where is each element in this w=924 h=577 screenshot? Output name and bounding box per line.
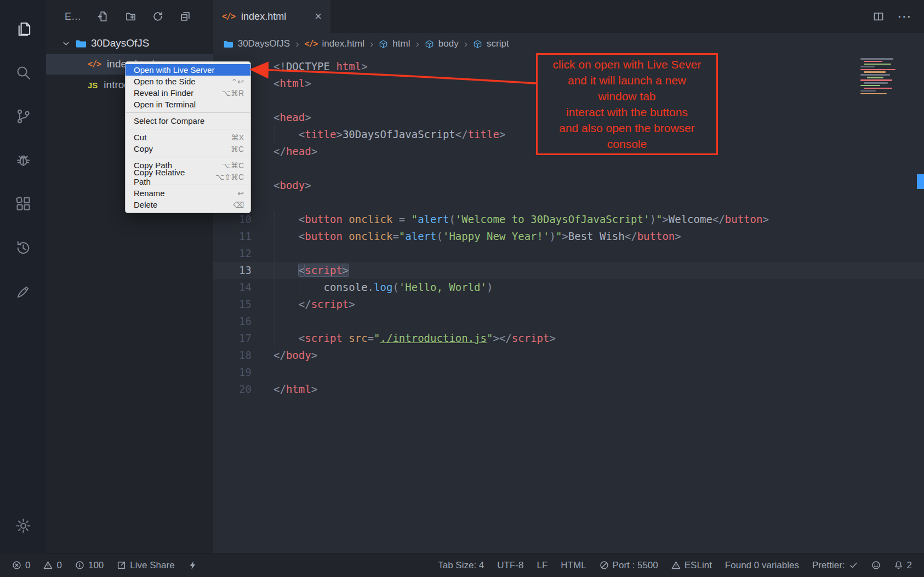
status-item-prettier[interactable]: Prettier: — [812, 560, 858, 571]
status-item-0[interactable]: 0 — [12, 560, 30, 571]
status-item-100[interactable]: 100 — [75, 560, 104, 571]
line-number[interactable]: 19 — [213, 364, 252, 381]
menu-item-open-in-terminal[interactable]: Open in Terminal — [126, 99, 250, 110]
tab-index-html[interactable]: </> index.html × — [213, 0, 330, 33]
breadcrumb-item-script[interactable]: script — [473, 38, 509, 49]
breadcrumb-item-index-html[interactable]: </>index.html — [304, 38, 364, 49]
line-number[interactable]: 10 — [213, 211, 252, 228]
debug-icon[interactable] — [0, 138, 46, 182]
status-item-live-share[interactable]: Live Share — [117, 560, 174, 571]
new-folder-icon[interactable] — [125, 11, 136, 22]
code-line-16[interactable]: 16 — [213, 313, 924, 330]
code-line-8[interactable]: 8<body> — [213, 177, 924, 194]
split-editor-icon[interactable] — [873, 11, 884, 22]
history-icon[interactable] — [0, 226, 46, 270]
menu-item-delete[interactable]: Delete⌫ — [126, 199, 250, 210]
status-left: 00100Live Share — [12, 560, 197, 571]
menu-item-open-to-the-side[interactable]: Open to the Side⌃↩ — [126, 76, 250, 87]
menu-item-label: Copy — [134, 144, 153, 153]
line-number[interactable]: 18 — [213, 347, 252, 364]
status-item-label: ESLint — [685, 560, 712, 571]
menu-item-label: Open with Live Server — [134, 65, 215, 75]
new-file-icon[interactable] — [98, 11, 109, 22]
code-line-10[interactable]: 10 <button onclick = "alert('Welcome to … — [213, 211, 924, 228]
explorer-icon[interactable] — [0, 7, 46, 50]
status-item-tab-size-4[interactable]: Tab Size: 4 — [438, 560, 484, 571]
code-line-11[interactable]: 11 <button onclick="alert('Happy New Yea… — [213, 228, 924, 245]
context-menu: Open with Live ServerOpen to the Side⌃↩R… — [125, 61, 251, 213]
code-text — [252, 364, 924, 381]
status-item-found-0-variables[interactable]: Found 0 variables — [725, 560, 799, 571]
status-item-lf[interactable]: LF — [537, 560, 547, 571]
menu-item-select-for-compare[interactable]: Select for Compare — [126, 115, 250, 127]
code-line-12[interactable]: 12 — [213, 245, 924, 262]
source-control-icon[interactable] — [0, 94, 46, 138]
code-line-14[interactable]: 14 console.log('Hello, World') — [213, 279, 924, 296]
status-item-label: UTF-8 — [497, 560, 523, 571]
settings-icon[interactable] — [0, 504, 46, 547]
menu-item-copy[interactable]: Copy⌘C — [126, 143, 250, 155]
breadcrumb-item-html[interactable]: html — [379, 38, 410, 49]
line-number[interactable]: 15 — [213, 296, 252, 313]
status-item-port-5500[interactable]: Port : 5500 — [600, 560, 658, 571]
line-number[interactable]: 14 — [213, 279, 252, 296]
code-line-17[interactable]: 17 <script src="./introduction.js"></scr… — [213, 330, 924, 347]
annotation-line: and also open the browser — [538, 120, 716, 136]
status-item-utf-8[interactable]: UTF-8 — [497, 560, 523, 571]
breadcrumb-separator: › — [370, 38, 373, 50]
status-item-lightning[interactable] — [188, 561, 197, 570]
annotation-line: window tab — [538, 88, 716, 104]
refresh-explorer-icon[interactable] — [152, 11, 163, 22]
menu-item-open-with-live-server[interactable]: Open with Live Server — [126, 64, 250, 76]
breadcrumb-item-30daysofjs[interactable]: 30DaysOfJS — [223, 38, 290, 49]
menu-item-reveal-in-finder[interactable]: Reveal in Finder⌥⌘R — [126, 87, 250, 99]
code-line-19[interactable]: 19 — [213, 364, 924, 381]
code-line-18[interactable]: 18</body> — [213, 347, 924, 364]
status-item-0[interactable]: 0 — [43, 560, 61, 571]
breadcrumb-separator: › — [464, 38, 467, 50]
line-number[interactable]: 11 — [213, 228, 252, 245]
status-item-2[interactable]: 2 — [894, 560, 912, 571]
collapse-folders-icon[interactable] — [180, 11, 191, 22]
code-text: console.log('Hello, World') — [252, 279, 924, 296]
feedback-pen-icon[interactable] — [0, 270, 46, 313]
menu-item-label: Open to the Side — [134, 77, 196, 86]
line-number[interactable]: 12 — [213, 245, 252, 262]
search-icon[interactable] — [0, 50, 46, 94]
error-circle-icon — [12, 561, 21, 570]
minimap[interactable] — [860, 58, 912, 95]
menu-item-shortcut: ⌘X — [231, 133, 244, 142]
menu-item-cut[interactable]: Cut⌘X — [126, 132, 250, 143]
tab-bar: </> index.html × ⋯ — [213, 0, 924, 33]
circle-slash-icon — [600, 561, 609, 570]
breadcrumb-item-body[interactable]: body — [425, 38, 459, 49]
line-number[interactable]: 13 — [213, 262, 252, 279]
line-number[interactable]: 20 — [213, 381, 252, 398]
editor-actions: ⋯ — [873, 0, 924, 33]
activity-bar — [0, 0, 46, 553]
more-actions-icon[interactable]: ⋯ — [897, 8, 912, 25]
vscode-window: E… 30DaysOfJS </>index.htmlJSintroductio… — [0, 0, 924, 577]
code-line-13[interactable]: 13 <script> — [213, 262, 924, 279]
status-item-eslint[interactable]: ESLint — [671, 560, 712, 571]
status-item-html[interactable]: HTML — [561, 560, 586, 571]
scrollbar-decoration[interactable] — [917, 174, 924, 189]
code-line-20[interactable]: 20</html> — [213, 381, 924, 398]
menu-item-copy-relative-path[interactable]: Copy Relative Path⌥⇧⌘C — [126, 171, 250, 182]
code-line-15[interactable]: 15 </script> — [213, 296, 924, 313]
menu-item-rename[interactable]: Rename↩ — [126, 187, 250, 199]
code-line-7[interactable]: 7 — [213, 160, 924, 177]
status-item-smiley[interactable] — [871, 561, 881, 570]
status-item-label: HTML — [561, 560, 586, 571]
warning-icon — [671, 561, 681, 570]
menu-item-shortcut: ⌘C — [231, 145, 244, 153]
code-line-9[interactable]: 9 — [213, 194, 924, 211]
warning-icon — [43, 561, 53, 570]
menu-separator — [126, 157, 250, 157]
code-text — [252, 194, 924, 211]
line-number[interactable]: 17 — [213, 330, 252, 347]
close-tab-icon[interactable]: × — [315, 10, 322, 22]
line-number[interactable]: 16 — [213, 313, 252, 330]
extensions-icon[interactable] — [0, 182, 46, 226]
tree-root-folder[interactable]: 30DaysOfJS — [46, 33, 213, 54]
